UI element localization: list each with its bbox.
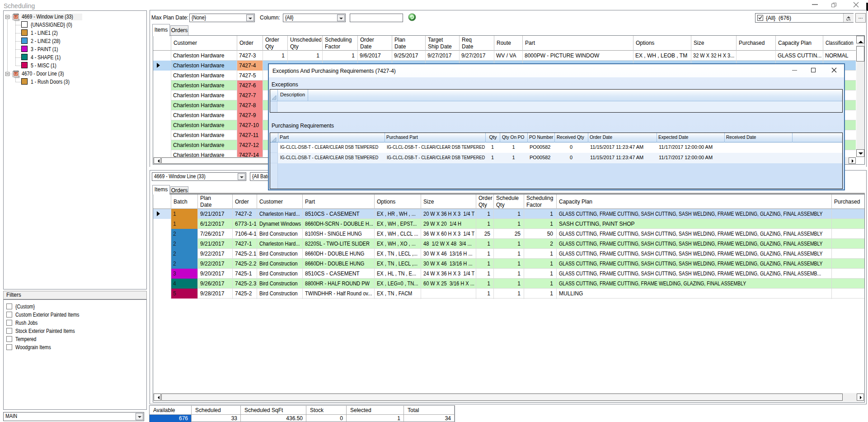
svg-text:12: 12 [14, 15, 18, 19]
svg-text:12: 12 [14, 72, 18, 76]
